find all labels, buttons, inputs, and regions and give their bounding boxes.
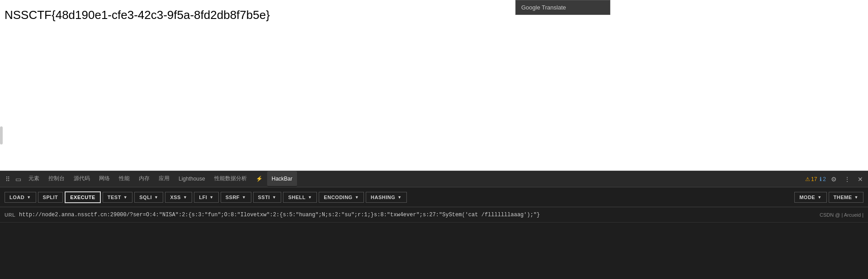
tab-network[interactable]: 网络 <box>94 171 114 187</box>
info-icon: ℹ <box>820 176 822 182</box>
load-button[interactable]: LOAD ▼ <box>5 192 36 203</box>
warning-badge: ⚠ 17 <box>805 176 817 182</box>
cursor-icon[interactable]: ⠿ <box>3 176 13 183</box>
hashing-dropdown-arrow: ▼ <box>397 195 401 200</box>
theme-button[interactable]: THEME ▼ <box>829 192 863 203</box>
devtools-tabbar-right: ⚠ 17 ℹ 2 ⚙ ⋮ ✕ <box>805 175 865 184</box>
info-badge: ℹ 2 <box>820 176 826 182</box>
xss-dropdown-arrow: ▼ <box>183 195 187 200</box>
settings-icon[interactable]: ⚙ <box>829 175 839 184</box>
test-button[interactable]: TEST ▼ <box>103 192 133 203</box>
tab-perf-insights[interactable]: 性能数据分析 <box>210 171 251 187</box>
ssti-button[interactable]: SSTI ▼ <box>253 192 282 203</box>
sqli-dropdown-arrow: ▼ <box>154 195 158 200</box>
tab-memory[interactable]: 内存 <box>134 171 154 187</box>
execute-button[interactable]: EXECUTE <box>65 191 100 203</box>
theme-dropdown-arrow: ▼ <box>854 195 859 200</box>
lfi-button[interactable]: LFI ▼ <box>194 192 218 203</box>
google-translate-label: Google Translate <box>521 4 566 11</box>
tab-lighthouse[interactable]: Lighthouse <box>174 171 210 187</box>
mode-dropdown-arrow: ▼ <box>817 195 821 200</box>
mode-button[interactable]: MODE ▼ <box>794 192 826 203</box>
tab-performance[interactable]: 性能 <box>114 171 134 187</box>
lfi-dropdown-arrow: ▼ <box>209 195 213 200</box>
tab-perf-icon[interactable]: ⚡ <box>251 171 267 187</box>
devtools-panel: ⠿ ▭ 元素 控制台 源代码 网络 性能 内存 应用 Lighthouse 性能… <box>0 171 868 279</box>
ssrf-dropdown-arrow: ▼ <box>242 195 246 200</box>
hackbar-toolbar: LOAD ▼ SPLIT EXECUTE TEST ▼ SQLI ▼ XSS ▼… <box>0 187 868 207</box>
info-count: 2 <box>823 176 826 182</box>
flag-text: NSSCTF{48d190e1-cfe3-42c3-9f5a-8fd2db8f7… <box>5 8 270 22</box>
shell-dropdown-arrow: ▼ <box>308 195 312 200</box>
hashing-button[interactable]: HASHING ▼ <box>366 192 407 203</box>
browser-content: NSSCTF{48d190e1-cfe3-42c3-9f5a-8fd2db8f7… <box>0 0 868 171</box>
device-icon[interactable]: ▭ <box>13 176 24 183</box>
tab-hackbar[interactable]: HackBar <box>267 171 297 187</box>
url-suffix: CSDN @ | Arcueid | <box>820 212 863 218</box>
tab-sources[interactable]: 源代码 <box>69 171 94 187</box>
test-dropdown-arrow: ▼ <box>123 195 127 200</box>
hackbar-toolbar-right: MODE ▼ THEME ▼ <box>794 192 863 203</box>
ssti-dropdown-arrow: ▼ <box>272 195 276 200</box>
tab-application[interactable]: 应用 <box>154 171 174 187</box>
scrollbar[interactable] <box>0 126 3 144</box>
load-dropdown-arrow: ▼ <box>27 195 31 200</box>
lightning-icon: ⚡ <box>256 176 263 182</box>
hackbar-url-bar: URL http://node2.anna.nssctf.cn:29000/?s… <box>0 207 868 223</box>
url-label: URL <box>5 212 15 218</box>
warning-count: 17 <box>811 176 817 182</box>
encoding-button[interactable]: ENCODING ▼ <box>319 192 364 203</box>
url-value[interactable]: http://node2.anna.nssctf.cn:29000/?ser=O… <box>19 212 540 218</box>
split-button[interactable]: SPLIT <box>38 192 63 203</box>
xss-button[interactable]: XSS ▼ <box>165 192 192 203</box>
sqli-button[interactable]: SQLI ▼ <box>134 192 163 203</box>
devtools-tabbar: ⠿ ▭ 元素 控制台 源代码 网络 性能 内存 应用 Lighthouse 性能… <box>0 171 868 187</box>
encoding-dropdown-arrow: ▼ <box>355 195 359 200</box>
shell-button[interactable]: SHELL ▼ <box>283 192 317 203</box>
tab-elements[interactable]: 元素 <box>24 171 44 187</box>
warning-icon: ⚠ <box>805 176 810 182</box>
google-translate-widget: Google Translate <box>515 0 610 15</box>
close-devtools-icon[interactable]: ✕ <box>855 175 865 184</box>
tab-console[interactable]: 控制台 <box>44 171 69 187</box>
more-options-icon[interactable]: ⋮ <box>842 175 853 184</box>
ssrf-button[interactable]: SSRF ▼ <box>221 192 251 203</box>
